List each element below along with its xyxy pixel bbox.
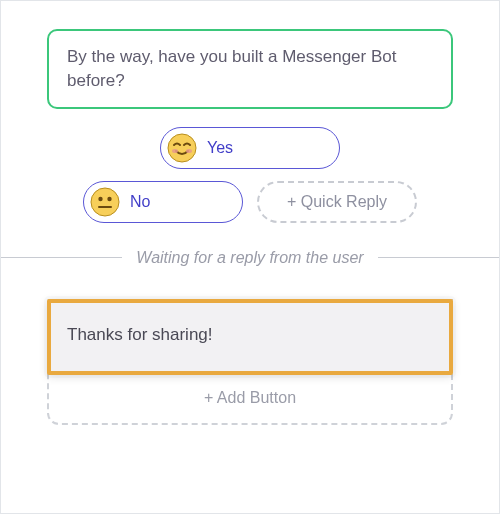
neutral-emoji-icon (90, 187, 120, 217)
svg-point-0 (168, 134, 196, 162)
quick-reply-no[interactable]: No (83, 181, 243, 223)
quick-reply-row-2: No + Quick Reply (23, 181, 477, 223)
waiting-divider-label: Waiting for a reply from the user (122, 249, 377, 267)
add-button-button[interactable]: + Add Button (49, 375, 451, 423)
response-text-block[interactable]: Thanks for sharing! (47, 299, 453, 375)
quick-reply-row-1: Yes (23, 127, 477, 169)
add-quick-reply-button[interactable]: + Quick Reply (257, 181, 417, 223)
waiting-divider: Waiting for a reply from the user (1, 249, 499, 267)
blush-emoji-icon (167, 133, 197, 163)
add-quick-reply-label: + Quick Reply (287, 193, 387, 211)
svg-point-5 (107, 196, 111, 200)
quick-reply-label: No (130, 193, 150, 211)
bot-message-bubble[interactable]: By the way, have you built a Messenger B… (47, 29, 453, 109)
svg-point-3 (91, 188, 119, 216)
svg-point-2 (186, 149, 192, 153)
bot-flow-editor: By the way, have you built a Messenger B… (0, 0, 500, 514)
quick-reply-yes[interactable]: Yes (160, 127, 340, 169)
response-card: Thanks for sharing! + Add Button (47, 299, 453, 425)
quick-replies-group: Yes No + Quick Reply (23, 127, 477, 223)
svg-point-1 (172, 149, 178, 153)
svg-point-4 (98, 196, 102, 200)
quick-reply-label: Yes (207, 139, 233, 157)
